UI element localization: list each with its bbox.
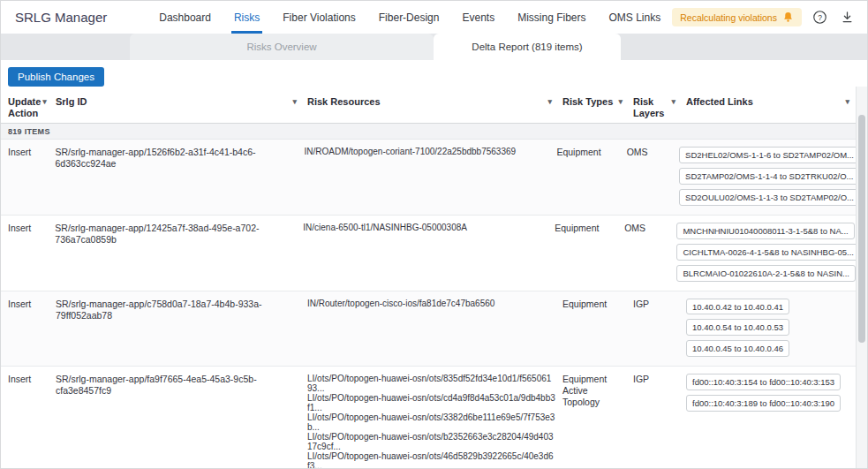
nav-item-risks[interactable]: Risks	[223, 1, 271, 34]
sort-caret-icon[interactable]: ▾	[669, 96, 681, 106]
nav-item-missing-fibers[interactable]: Missing Fibers	[506, 1, 597, 34]
nav-item-events[interactable]: Events	[450, 1, 506, 34]
affected-link-chip: BLRCMAIO-01022610A-2-1-5&8 to NASIN...	[676, 265, 856, 282]
cell-update-action: Insert	[8, 216, 55, 291]
cell-affected-links: MNCHNHNIU01040008011-3-1-5&8 to NA... CI…	[676, 216, 867, 291]
affected-link-chip: CICHLTMA-0026-4-1-5&8 to NASINHBG-05...	[676, 244, 860, 261]
nav-item-oms-links[interactable]: OMS Links	[598, 1, 673, 34]
cell-risk-layers: OMS	[624, 216, 676, 291]
table-row: Insert SR/srlg-manager-app/12425a7f-38ad…	[1, 216, 867, 291]
recalculating-badge-label: Recalculating violations	[680, 12, 777, 23]
risk-resource: LI/ots/PO/topogen-huawei-osn/ots/835df52…	[307, 374, 555, 393]
risk-resource: LI/ots/PO/topogen-huawei-osn/ots/46d5829…	[307, 451, 555, 468]
svg-text:?: ?	[819, 13, 823, 22]
affected-link-chip: fd00::10:40:3:189 to fd00::10:40:3:190	[686, 395, 841, 412]
risk-type: Equipment	[562, 374, 626, 385]
cell-risk-types: Equipment Active Topology	[562, 367, 633, 468]
affected-link-chip: fd00::10:40:3:154 to fd00::10:40:3:153	[686, 374, 841, 390]
topbar-actions: Recalculating violations ?	[672, 8, 868, 26]
col-header-update-action-label: Update Action	[8, 96, 41, 118]
nav-item-fiber-violations[interactable]: Fiber Violations	[271, 1, 367, 34]
bell-icon	[782, 11, 794, 23]
sort-caret-icon[interactable]: ▾	[546, 96, 557, 106]
affected-link-chip: 10.40.0.54 to 10.40.0.53	[686, 319, 789, 336]
download-button[interactable]	[839, 9, 857, 26]
cell-srlg-id: SR/srlg-manager-app/c758d0a7-18a7-4b4b-9…	[56, 291, 307, 367]
nav-item-fiber-design[interactable]: Fiber-Design	[367, 1, 451, 34]
topbar: SRLG Manager Dashboard Risks Fiber Viola…	[1, 1, 867, 34]
affected-link-chip: 10.40.0.45 to 10.40.0.46	[686, 340, 789, 357]
toolbar: Publish Changes	[1, 60, 867, 92]
sort-caret-icon[interactable]: ▾	[616, 96, 628, 106]
cell-risk-resources: IN/Router/topogen-cisco-ios/fa81de7c47ba…	[307, 291, 562, 367]
risk-resource: LI/ots/PO/topogen-huawei-osn/ots/3382d6b…	[307, 412, 555, 432]
risk-type: Equipment	[555, 223, 617, 234]
risk-type: Equipment	[556, 147, 619, 158]
help-icon: ?	[812, 10, 827, 25]
risk-resource: IN/Router/topogen-cisco-ios/fa81de7c47ba…	[307, 299, 555, 308]
publish-changes-button[interactable]: Publish Changes	[8, 67, 104, 87]
app-title: SRLG Manager	[15, 10, 107, 25]
col-header-srlg-id-label: Srlg ID	[56, 96, 87, 108]
cell-update-action: Insert	[8, 367, 56, 468]
sort-caret-icon[interactable]: ▾	[843, 96, 855, 106]
sort-caret-icon[interactable]: ▾	[41, 96, 52, 106]
app-window: SRLG Manager Dashboard Risks Fiber Viola…	[0, 0, 868, 469]
cell-risk-resources: LI/ots/PO/topogen-huawei-osn/ots/835df52…	[307, 367, 562, 468]
col-header-risk-layers-label: Risk Layers	[633, 96, 669, 118]
col-header-affected-links-label: Affected Links	[686, 96, 753, 108]
tab-strip: Risks Overview Delta Report (819 items)	[1, 34, 867, 60]
tab-risks-overview[interactable]: Risks Overview	[130, 34, 434, 60]
col-header-update-action[interactable]: Update Action ▾	[8, 92, 56, 123]
table-body: Insert SR/srlg-manager-app/1526f6b2-a31f…	[1, 140, 867, 468]
col-header-risk-resources-label: Risk Resources	[307, 96, 381, 108]
recalculating-badge: Recalculating violations	[672, 8, 802, 26]
affected-link-chip: SD2TAMP02/OMS-1-1-4 to SD2TRKU02/O...	[679, 168, 859, 185]
risk-type: Equipment	[562, 299, 626, 310]
cell-risk-resources: IN/ciena-6500-tl1/NASINHBG-05000308A	[303, 216, 555, 291]
cell-update-action: Insert	[8, 140, 56, 215]
risk-resource: LI/ots/PO/topogen-huawei-osn/ots/cd4a9f8…	[307, 393, 555, 412]
tab-delta-report[interactable]: Delta Report (819 items)	[434, 34, 621, 60]
cell-risk-layers: OMS	[627, 140, 679, 215]
tab-strip-spacer	[1, 34, 130, 60]
tab-delta-report-label: Delta Report (819 items)	[472, 42, 582, 52]
col-header-risk-layers[interactable]: Risk Layers ▾	[633, 92, 686, 123]
cell-update-action: Insert	[8, 291, 56, 367]
affected-link-chip: SD2OULU02/OMS-1-1-3 to SD2TAMP02/O...	[679, 189, 860, 206]
col-header-srlg-id[interactable]: Srlg ID ▾	[56, 92, 307, 123]
scrollbar-thumb[interactable]	[858, 115, 865, 343]
affected-link-chip: MNCHNHNIU01040008011-3-1-5&8 to NA...	[676, 223, 854, 239]
risk-resource: LI/ots/PO/topogen-huawei-osn/ots/b235266…	[307, 432, 555, 451]
items-count: 819 ITEMS	[1, 124, 867, 140]
cell-srlg-id: SR/srlg-manager-app/1526f6b2-a31f-4c41-b…	[56, 140, 305, 215]
col-header-risk-resources[interactable]: Risk Resources ▾	[307, 92, 562, 123]
table-row: Insert SR/srlg-manager-app/c758d0a7-18a7…	[1, 291, 867, 367]
col-header-risk-types[interactable]: Risk Types ▾	[562, 92, 633, 123]
delta-report-panel: Publish Changes Update Action ▾ Srlg ID …	[1, 60, 867, 468]
sort-caret-icon[interactable]: ▾	[291, 96, 302, 106]
affected-link-chip: SD2HEL02/OMS-1-1-6 to SD2TAMP02/OM...	[679, 147, 860, 163]
col-header-risk-types-label: Risk Types	[562, 96, 613, 108]
cell-srlg-id: SR/srlg-manager-app/12425a7f-38ad-495e-a…	[55, 216, 303, 291]
cell-risk-layers: IGP	[633, 367, 686, 468]
cell-affected-links: 10.40.0.42 to 10.40.0.41 10.40.0.54 to 1…	[686, 291, 867, 367]
cell-risk-types: Equipment	[556, 140, 626, 215]
cell-risk-types: Equipment	[555, 216, 624, 291]
tab-risks-overview-label: Risks Overview	[246, 42, 316, 52]
table-row: Insert SR/srlg-manager-app/1526f6b2-a31f…	[1, 140, 867, 216]
cell-srlg-id: SR/srlg-manager-app/fa9f7665-4ea5-45a3-9…	[56, 367, 307, 468]
help-button[interactable]: ?	[811, 9, 829, 26]
cell-risk-layers: IGP	[633, 291, 686, 367]
cell-risk-resources: IN/ROADM/topogen-coriant-7100/22a25bdbb7…	[304, 140, 556, 215]
nav-item-dashboard[interactable]: Dashboard	[147, 1, 223, 34]
vertical-scrollbar[interactable]	[856, 87, 867, 468]
cell-risk-types: Equipment	[562, 291, 633, 367]
download-icon	[841, 11, 854, 24]
table-header: Update Action ▾ Srlg ID ▾ Risk Resources…	[1, 92, 867, 124]
risk-type: Active Topology	[562, 385, 626, 408]
col-header-affected-links[interactable]: Affected Links ▾	[686, 92, 867, 123]
cell-affected-links: fd00::10:40:3:154 to fd00::10:40:3:153 f…	[686, 367, 867, 468]
risk-resource: IN/ciena-6500-tl1/NASINHBG-05000308A	[303, 223, 547, 232]
risk-resource: IN/ROADM/topogen-coriant-7100/22a25bdbb7…	[304, 147, 549, 156]
